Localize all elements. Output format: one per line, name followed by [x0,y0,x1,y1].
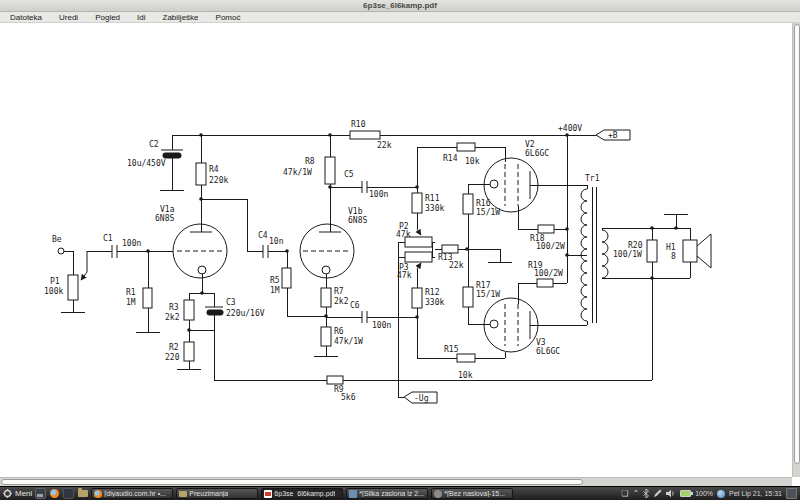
label-r20-ref: R20 [628,241,643,250]
launcher-file-manager[interactable] [77,488,88,499]
label-r10-ref: R10 [351,120,366,129]
menu-item-uredi[interactable]: Uredi [59,13,78,22]
folder-icon [78,490,88,497]
firefox-icon [94,490,102,498]
label-r19-val: 100/2W [534,269,563,278]
label-r2-ref: R2 [169,343,179,352]
gimp-icon [434,490,442,498]
vertical-scrollbar-thumb[interactable] [794,24,800,464]
horizontal-scrollbar[interactable] [0,477,792,486]
label-r12-ref: R12 [425,288,440,297]
menu-item-datoteka[interactable]: Datoteka [10,13,42,22]
label-r9-val: 5k6 [341,393,356,402]
pen-icon[interactable] [653,489,662,498]
label-h1-ref: H1 [666,243,676,252]
label-r17-ref: R17 [476,281,491,290]
label-p3-val: 47k [397,271,412,280]
label-r3-val: 2k2 [165,313,180,322]
desktop-screen: 6p3se_6l6kamp.pdf Datoteka Uredi Pogled … [0,0,800,500]
bluetooth-icon[interactable] [643,489,649,498]
label-r4-ref: R4 [209,165,219,174]
label-r20-val: 100/1W [613,250,642,259]
label-h1-val: 8 [671,252,676,261]
clipboard-icon[interactable] [786,488,797,499]
pdf-page[interactable]: Be P1 100k C1 100n R1 1M C2 10u/450V R4 … [0,23,800,477]
chevron-up-icon[interactable]: ⌃ [632,489,639,499]
start-menu-label: Meni [15,489,32,498]
taskbar-window-label: *[Slika zaslona iz 2... [359,490,424,497]
label-tr1: Tr1 [585,174,600,183]
firefox-icon [50,489,59,498]
label-r6-ref: R6 [334,327,344,336]
window-title: 6p3se_6l6kamp.pdf [363,0,437,11]
taskbar-window-label: Preuzimanja [189,490,228,497]
label-r16-val: 15/1W [476,208,500,217]
label-v2-type: 6L6GC [525,149,549,158]
taskbar: Meni [diyaudio.com.hr •... Preuzimanja 6… [0,486,800,500]
menu-item-idi[interactable]: Idi [137,13,145,22]
label-r16-ref: R16 [476,199,491,208]
image-icon [349,490,357,498]
label-v1a-ref: V1a [160,205,175,214]
system-tray: ❏ ⌃ 100% Pet Lip 21, 15:31 [621,488,797,499]
show-desktop-button[interactable] [35,488,46,499]
screenshot-tool-icon [63,488,74,499]
taskbar-clock[interactable]: Pet Lip 21, 15:31 [729,490,782,497]
label-p1-ref: P1 [50,277,60,286]
label-r2-val: 220 [165,353,180,362]
speaker-icon[interactable] [666,489,676,498]
label-r6-val: 47k/1W [334,337,363,346]
update-shield-icon[interactable] [717,490,725,498]
horizontal-scrollbar-thumb[interactable] [1,479,583,485]
label-r17-val: 15/1W [476,290,500,299]
label-c5-val: 100n [369,190,388,199]
label-r5-ref: R5 [270,276,280,285]
label-r8-ref: R8 [305,157,315,166]
battery-percent: 100% [695,490,713,497]
label-r10-val: 22k [377,141,392,150]
vertical-scrollbar[interactable] [792,23,800,477]
label-r8-val: 47k/1W [283,168,312,177]
window-list-icon[interactable]: ❏ [621,489,628,499]
taskbar-window-diyaudio[interactable]: [diyaudio.com.hr •... [91,488,173,499]
component-labels: Be P1 100k C1 100n R1 1M C2 10u/450V R4 … [44,120,676,403]
label-r3-ref: R3 [169,303,179,312]
label-r13-val: 22k [449,261,464,270]
label-c2-ref: C2 [149,140,159,149]
pdf-document-icon [264,490,272,498]
taskbar-window-preuzimanja[interactable]: Preuzimanja [176,488,258,499]
input-terminal [58,248,64,254]
folder-icon [179,491,187,497]
show-desktop-icon [35,488,46,499]
menu-item-pogled[interactable]: Pogled [95,13,120,22]
taskbar-window-label: [diyaudio.com.hr •... [104,490,166,497]
label-r18-val: 100/2W [536,242,565,251]
taskbar-window-slika-zaslona[interactable]: *[Slika zaslona iz 2... [346,488,428,499]
label-c3-ref: C3 [226,298,236,307]
launcher-screenshot[interactable] [63,488,74,499]
label-c4-ref: C4 [258,231,268,240]
start-menu-button[interactable]: Meni [3,489,32,498]
label-v2-ref: V2 [525,140,535,149]
label-r7-ref: R7 [334,287,344,296]
label-r14-ref: R14 [443,154,458,163]
taskbar-window-pdf[interactable]: 6p3se_6l6kamp.pdf [261,488,343,499]
label-r1-ref: R1 [126,288,136,297]
window-titlebar[interactable]: 6p3se_6l6kamp.pdf [0,0,800,12]
label-r11-val: 330k [425,204,444,213]
menu-item-zabiljeske[interactable]: Zabilješke [163,13,199,22]
launcher-firefox[interactable] [49,488,60,499]
taskbar-window-label: 6p3se_6l6kamp.pdf [274,490,335,497]
menu-bar: Datoteka Uredi Pogled Idi Zabilješke Pom… [0,12,800,23]
label-r4-val: 220k [209,176,228,185]
label-c6-ref: C6 [350,301,360,310]
start-menu-icon [3,489,12,498]
battery-icon[interactable] [680,490,691,497]
label-supply: +400V [558,124,582,133]
label-r7-val: 2k2 [334,297,349,306]
label-v3-ref: V3 [536,338,546,347]
taskbar-window-bez-naslova[interactable]: *[Bez naslova]-15... [431,488,513,499]
label-p1-val: 100k [44,287,63,296]
menu-item-pomoc[interactable]: Pomoć [216,13,241,22]
label-p2-val: 47k [396,230,411,239]
